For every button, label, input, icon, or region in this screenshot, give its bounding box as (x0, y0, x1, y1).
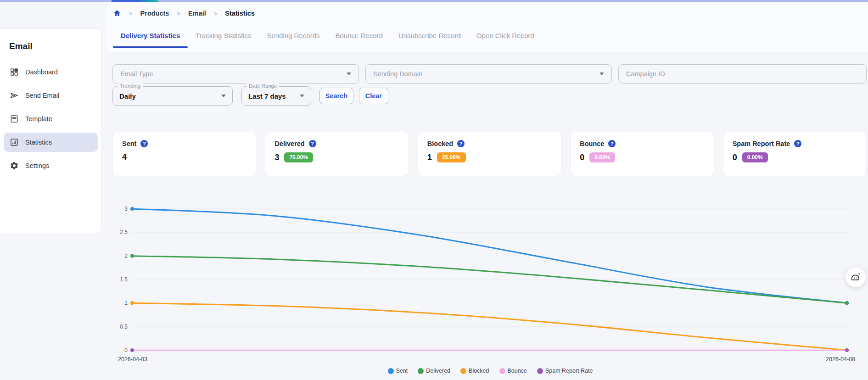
legend-item-bounce[interactable]: Bounce (499, 368, 527, 374)
trending-label: Trending (118, 83, 143, 89)
legend-label: Spam Report Rate (545, 368, 593, 374)
delivery-trend-chart[interactable]: 00.511.522.532026-04-032026-04-08 (112, 202, 868, 367)
help-icon[interactable] (794, 140, 801, 147)
line-chart-canvas[interactable]: 00.511.522.532026-04-032026-04-08 (112, 202, 868, 367)
date-range-select[interactable]: Date Range Last 7 days (241, 86, 311, 106)
legend-item-blocked[interactable]: Blocked (460, 368, 489, 374)
chevron-down-icon (599, 73, 604, 75)
svg-text:2: 2 (124, 253, 128, 259)
breadcrumb-separator: > (129, 10, 133, 17)
stat-title: Spam Report Rate (733, 140, 790, 147)
legend-item-spam-report-rate[interactable]: Spam Report Rate (537, 368, 593, 374)
chevron-down-icon (300, 95, 304, 97)
settings-icon (10, 161, 19, 170)
stat-value: 3 (274, 153, 279, 162)
template-icon (10, 114, 19, 123)
help-icon[interactable] (140, 140, 148, 147)
sidebar-item-label: Send Email (25, 92, 59, 99)
legend-label: Delivered (426, 368, 450, 374)
legend-item-sent[interactable]: Sent (388, 368, 408, 374)
breadcrumb-item-products[interactable]: Products (140, 10, 169, 17)
search-button[interactable]: Search (319, 88, 353, 104)
svg-text:0: 0 (124, 347, 128, 353)
sidebar-item-label: Dashboard (25, 68, 58, 76)
sidebar-item-dashboard[interactable]: Dashboard (4, 62, 98, 82)
stat-card-delivered: Delivered 3 75.00% (265, 132, 409, 176)
legend-dot (418, 368, 424, 374)
sending-domain-placeholder: Sending Domain (373, 70, 599, 78)
breadcrumb-item-statistics: Statistics (225, 10, 254, 17)
email-statistics-page: > Products > Email > Statistics Delivery… (0, 0, 868, 380)
svg-text:2026-04-08: 2026-04-08 (826, 356, 855, 363)
svg-text:1.5: 1.5 (120, 276, 128, 283)
stat-title: Bounce (580, 140, 604, 147)
help-icon[interactable] (608, 140, 616, 147)
sidebar-item-statistics[interactable]: Statistics (4, 133, 98, 152)
legend-dot (537, 368, 543, 374)
legend-item-delivered[interactable]: Delivered (418, 368, 450, 374)
breadcrumb-separator: > (214, 10, 218, 17)
stat-cards-row: Sent 4 Delivered 3 75.00% Blocked 1 25.0… (112, 132, 867, 176)
help-icon[interactable] (309, 140, 316, 147)
tab-tracking-statistics[interactable]: Tracking Statistics (188, 31, 259, 48)
sidebar-item-send-email[interactable]: Send Email (4, 86, 98, 105)
legend-label: Blocked (469, 368, 489, 374)
stat-card-spam-report-rate: Spam Report Rate 0 0.00% (723, 132, 867, 176)
stat-value: 0 (580, 153, 584, 162)
stat-rate-badge: 75.00% (284, 152, 313, 162)
stat-card-sent: Sent 4 (112, 132, 256, 176)
sidebar-item-label: Statistics (25, 139, 52, 146)
tab-bounce-record[interactable]: Bounce Record (327, 31, 390, 48)
stat-rate-badge: 0.00% (742, 152, 768, 162)
statistics-icon (10, 138, 19, 147)
stat-value: 1 (427, 153, 432, 162)
dashboard-icon (10, 67, 19, 77)
sidebar-item-template[interactable]: Template (4, 109, 98, 129)
date-range-label: Date Range (246, 83, 279, 89)
sidebar-item-label: Settings (25, 162, 49, 169)
svg-text:3: 3 (124, 206, 128, 212)
breadcrumb-item-email[interactable]: Email (188, 10, 206, 17)
stat-title: Sent (122, 140, 136, 147)
svg-text:2026-04-03: 2026-04-03 (118, 356, 147, 363)
stat-card-blocked: Blocked 1 25.00% (418, 132, 561, 176)
sidebar-title: Email (9, 41, 101, 51)
stat-value: 0 (733, 153, 737, 162)
chart-legend: Sent Delivered Blocked Bounce Spam Repor… (112, 368, 868, 374)
chevron-down-icon (221, 95, 226, 97)
clear-button[interactable]: Clear (359, 88, 388, 104)
svg-text:0.5: 0.5 (120, 324, 128, 330)
sending-domain-select[interactable]: Sending Domain (365, 64, 612, 84)
ai-assistant-button[interactable] (846, 267, 866, 287)
legend-dot (388, 368, 394, 374)
chevron-down-icon (347, 73, 351, 75)
legend-label: Sent (396, 368, 408, 374)
stat-value: 4 (122, 152, 127, 162)
tab-open-click-record[interactable]: Open Click Record (469, 31, 542, 48)
stat-rate-badge: 25.00% (437, 152, 466, 162)
stat-rate-badge: 0.00% (589, 152, 615, 162)
campaign-id-input[interactable] (618, 64, 867, 84)
robot-icon (850, 271, 862, 283)
breadcrumb-separator: > (177, 10, 180, 17)
help-icon[interactable] (457, 140, 465, 147)
stat-title: Blocked (427, 140, 453, 147)
tab-unsubscribe-record[interactable]: Unsubscribe Record (391, 31, 469, 48)
email-type-placeholder: Email Type (120, 70, 347, 78)
stat-card-bounce: Bounce 0 0.00% (570, 132, 714, 176)
legend-dot (460, 368, 466, 374)
trending-select[interactable]: Trending Daily (112, 86, 233, 106)
assistant-drawer-edge (834, 277, 846, 277)
breadcrumb: > Products > Email > Statistics (113, 8, 255, 18)
stat-title: Delivered (274, 140, 304, 147)
sidebar: Email Dashboard Send Email Template (0, 28, 102, 234)
email-type-select[interactable]: Email Type (112, 64, 359, 84)
tab-sending-records[interactable]: Sending Records (259, 31, 327, 48)
tab-delivery-statistics[interactable]: Delivery Statistics (113, 31, 188, 48)
legend-dot (499, 368, 505, 374)
legend-label: Bounce (508, 368, 527, 374)
trending-value: Daily (119, 92, 221, 100)
home-icon[interactable] (113, 9, 121, 17)
page-header: > Products > Email > Statistics Delivery… (106, 2, 868, 52)
sidebar-item-settings[interactable]: Settings (4, 156, 98, 175)
